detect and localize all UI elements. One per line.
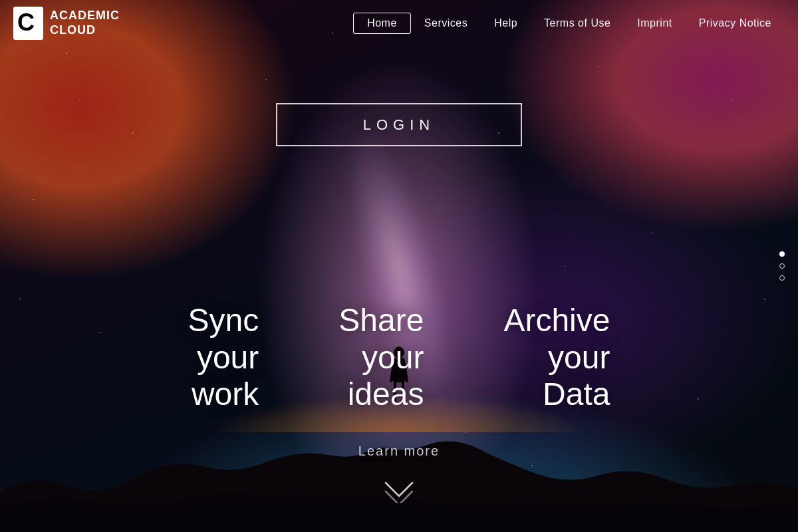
svg-text:C: C: [17, 9, 35, 36]
slide-dot-2[interactable]: [779, 263, 785, 269]
login-button[interactable]: LOGIN: [276, 103, 522, 146]
hero-phrase-3: Archive your Data: [503, 302, 610, 412]
logo[interactable]: C ACADEMIC CLOUD: [13, 7, 120, 40]
slide-dot-3[interactable]: [779, 275, 785, 281]
nav-imprint[interactable]: Imprint: [624, 13, 685, 33]
learn-more-text[interactable]: Learn more: [358, 444, 440, 459]
nav-terms[interactable]: Terms of Use: [531, 13, 624, 33]
logo-icon: C: [13, 7, 43, 40]
logo-text: ACADEMIC CLOUD: [50, 9, 120, 37]
chevron-down-icon[interactable]: [382, 479, 416, 505]
slide-indicators: [779, 251, 785, 281]
nav-help[interactable]: Help: [481, 13, 531, 33]
nav-home[interactable]: Home: [353, 13, 411, 34]
hero-text: Sync your work Share your ideas Archive …: [0, 302, 798, 412]
nav-links: Home Services Help Terms of Use Imprint …: [353, 13, 785, 34]
nav-privacy[interactable]: Privacy Notice: [686, 13, 785, 33]
login-container: LOGIN: [276, 103, 522, 146]
navbar: C ACADEMIC CLOUD Home Services Help Term…: [0, 0, 798, 47]
nav-services[interactable]: Services: [411, 13, 481, 33]
hero-phrase-1: Sync your work: [188, 302, 259, 412]
hero-phrase-2: Share your ideas: [338, 302, 424, 412]
slide-dot-1[interactable]: [779, 251, 785, 257]
